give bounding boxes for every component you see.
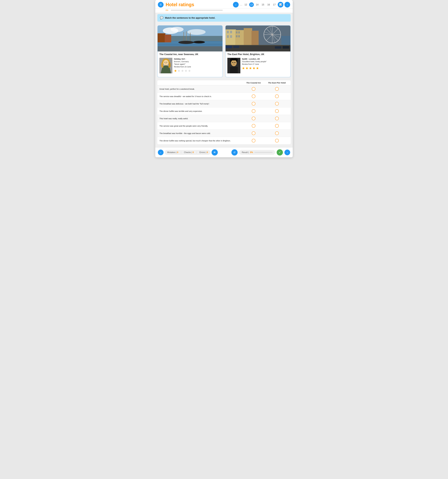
speech-bubble-icon: 💬 bbox=[160, 16, 163, 20]
footer-left: ‹ Mistakes | 0 | Checks | 0 | Errors | 0 bbox=[158, 149, 218, 155]
nav-controls: ‹ ... 12 13 14 15 16 17 📊 › bbox=[233, 2, 290, 7]
radio-cell-pier-1[interactable] bbox=[265, 94, 289, 98]
footer-right: ↺ Result | 0% ✓ › bbox=[231, 149, 290, 155]
radio-coastal-6[interactable] bbox=[252, 131, 255, 135]
sentence-text: The service was great and the people wer… bbox=[159, 125, 242, 127]
checkmark-icon: ✓ bbox=[278, 151, 281, 154]
svg-rect-7 bbox=[158, 44, 223, 45]
sentence-text: The dinner buffet was nothing special, b… bbox=[159, 140, 242, 142]
radio-cell-coastal-5[interactable] bbox=[242, 124, 265, 128]
svg-rect-15 bbox=[158, 46, 223, 52]
svg-rect-48 bbox=[281, 36, 290, 45]
check-button[interactable]: ✓ bbox=[277, 149, 283, 155]
prev-page-button[interactable]: ‹ bbox=[233, 2, 239, 7]
page-13-current[interactable]: 13 bbox=[249, 2, 254, 7]
svg-point-13 bbox=[178, 41, 194, 44]
mistakes-value: 0 bbox=[177, 151, 178, 153]
radio-cell-coastal-7[interactable] bbox=[242, 139, 265, 142]
radio-pier-7[interactable] bbox=[275, 139, 279, 142]
table-row: Great hotel, perfect for a weekend break… bbox=[157, 85, 291, 93]
radio-pier-4[interactable] bbox=[275, 117, 279, 120]
radio-coastal-0[interactable] bbox=[252, 87, 255, 91]
radio-cell-pier-7[interactable] bbox=[265, 139, 289, 142]
table-row: The service was great and the people wer… bbox=[157, 122, 291, 130]
radio-pier-6[interactable] bbox=[275, 131, 279, 135]
footer-prev-button[interactable]: ‹ bbox=[158, 150, 163, 155]
radio-cell-coastal-2[interactable] bbox=[242, 102, 265, 106]
menu-button[interactable]: ☰ bbox=[158, 2, 163, 7]
svg-point-54 bbox=[233, 63, 234, 64]
svg-point-19 bbox=[165, 62, 165, 63]
radio-cell-pier-3[interactable] bbox=[265, 109, 289, 113]
svg-rect-25 bbox=[227, 35, 229, 38]
svg-rect-23 bbox=[227, 31, 229, 33]
radio-cell-coastal-6[interactable] bbox=[242, 131, 265, 135]
page-15[interactable]: 15 bbox=[261, 2, 265, 7]
radio-cell-coastal-0[interactable] bbox=[242, 87, 265, 91]
col-sentence-header bbox=[159, 82, 242, 84]
star-empty-4: ★ bbox=[184, 69, 187, 73]
table-row: The breakfast was horrible - the eggs an… bbox=[157, 130, 291, 137]
radio-pier-2[interactable] bbox=[275, 102, 279, 106]
errors-value: 0 bbox=[207, 151, 208, 153]
radio-pier-1[interactable] bbox=[275, 94, 279, 98]
page-17[interactable]: 17 bbox=[272, 2, 277, 7]
col-coastal-header: The Coastal Inn bbox=[242, 82, 265, 84]
hotel-image-pier bbox=[225, 26, 290, 52]
eye-icon: 👁 bbox=[213, 151, 216, 154]
page-14[interactable]: 14 bbox=[255, 2, 259, 7]
radio-pier-3[interactable] bbox=[275, 109, 279, 113]
instruction-text: Match the sentences to the appropriate h… bbox=[165, 17, 215, 19]
star-empty-2: ★ bbox=[177, 69, 180, 73]
table-row: The dinner buffet was terrible and very … bbox=[157, 107, 291, 115]
stars-coastal: ★ ★ ★ ★ ★ bbox=[174, 69, 221, 73]
avatar-pier bbox=[227, 58, 240, 73]
svg-rect-46 bbox=[275, 46, 281, 49]
refresh-button[interactable]: ↺ bbox=[231, 149, 238, 155]
footer-next-button[interactable]: › bbox=[285, 150, 290, 155]
footer: ‹ Mistakes | 0 | Checks | 0 | Errors | 0 bbox=[155, 147, 293, 157]
next-page-button[interactable]: › bbox=[285, 2, 290, 7]
radio-cell-pier-2[interactable] bbox=[265, 102, 289, 106]
radio-cell-pier-5[interactable] bbox=[265, 124, 289, 128]
chart-button[interactable]: 📊 bbox=[278, 2, 283, 7]
app-container: ☰ Hotel ratings ‹ ... 12 13 14 15 16 17 … bbox=[155, 0, 293, 157]
radio-coastal-7[interactable] bbox=[252, 139, 255, 142]
hotel-name-coastal: The Coastal Inn, near Swansea, UK bbox=[158, 52, 223, 57]
star-empty-5: ★ bbox=[188, 69, 191, 73]
radio-coastal-3[interactable] bbox=[252, 109, 255, 113]
radio-coastal-2[interactable] bbox=[252, 102, 255, 106]
table-row: The service was dreadful - we waited for… bbox=[157, 93, 291, 100]
svg-rect-10 bbox=[183, 32, 184, 42]
progress-label: 0% bbox=[166, 9, 170, 11]
radio-cell-coastal-4[interactable] bbox=[242, 117, 265, 120]
radio-cell-pier-0[interactable] bbox=[265, 87, 289, 91]
checks-value: 0 bbox=[193, 151, 194, 153]
radio-cell-coastal-1[interactable] bbox=[242, 94, 265, 98]
svg-rect-45 bbox=[233, 46, 239, 48]
avatar-coastal bbox=[159, 58, 172, 73]
progress-track bbox=[171, 10, 223, 11]
show-answers-button[interactable]: 👁 bbox=[211, 149, 218, 155]
star-pier-4: ★ bbox=[252, 66, 255, 70]
radio-pier-5[interactable] bbox=[275, 124, 279, 128]
radio-pier-0[interactable] bbox=[275, 87, 279, 91]
radio-coastal-5[interactable] bbox=[252, 124, 255, 128]
sentence-text: This hotel was really, really awful. bbox=[159, 117, 242, 120]
radio-cell-coastal-3[interactable] bbox=[242, 109, 265, 113]
result-value: 0% bbox=[250, 151, 253, 153]
radio-cell-pier-4[interactable] bbox=[265, 117, 289, 120]
reviewer-section-coastal: Holiday Girl - Bremen, Germany "Never ag… bbox=[158, 57, 223, 74]
star-pier-1: ★ bbox=[242, 66, 245, 70]
svg-point-51 bbox=[231, 60, 237, 66]
page-12[interactable]: 12 bbox=[244, 2, 248, 7]
reviewer-location-coastal: Bremen, Germany bbox=[174, 60, 221, 63]
radio-cell-pier-6[interactable] bbox=[265, 131, 289, 135]
radio-coastal-4[interactable] bbox=[252, 117, 255, 120]
page-16[interactable]: 16 bbox=[266, 2, 271, 7]
radio-coastal-1[interactable] bbox=[252, 94, 255, 98]
hotels-row: The Coastal Inn, near Swansea, UK bbox=[157, 25, 291, 77]
errors-label: Errors | bbox=[199, 151, 206, 153]
reviewer-section-pier: Nat89 - London, UK "Excellent hotel, lov… bbox=[225, 57, 290, 74]
svg-rect-44 bbox=[225, 46, 232, 48]
